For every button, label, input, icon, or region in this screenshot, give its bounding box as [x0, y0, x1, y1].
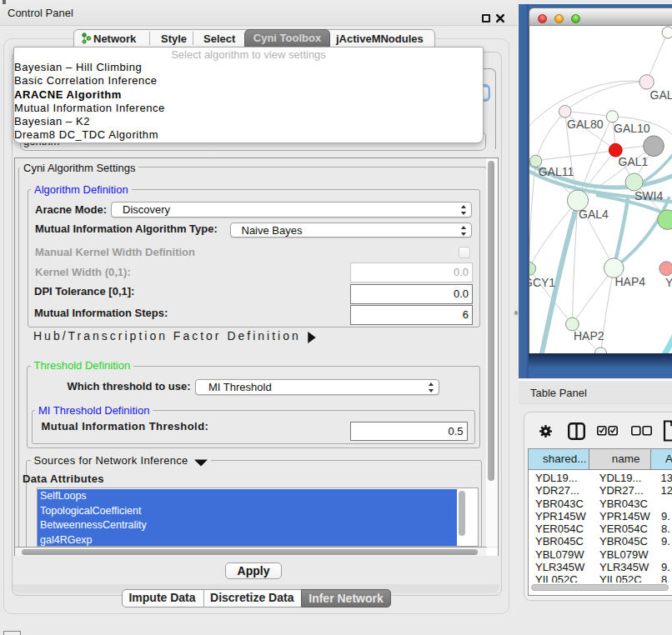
svg-text:GAL11: GAL11 [539, 165, 574, 178]
svg-text:HAP4: HAP4 [615, 275, 646, 288]
svg-text:GAL4: GAL4 [579, 208, 609, 221]
svg-text:GAL: GAL [650, 88, 672, 102]
svg-text:HAP2: HAP2 [574, 329, 604, 342]
svg-text:GAL1: GAL1 [619, 155, 649, 168]
svg-text:GAL10: GAL10 [614, 122, 650, 135]
svg-text:GCY1: GCY1 [529, 276, 555, 289]
svg-text:GAL80: GAL80 [567, 118, 604, 131]
svg-text:SWI4: SWI4 [634, 189, 663, 202]
svg-text:Y: Y [665, 276, 672, 289]
